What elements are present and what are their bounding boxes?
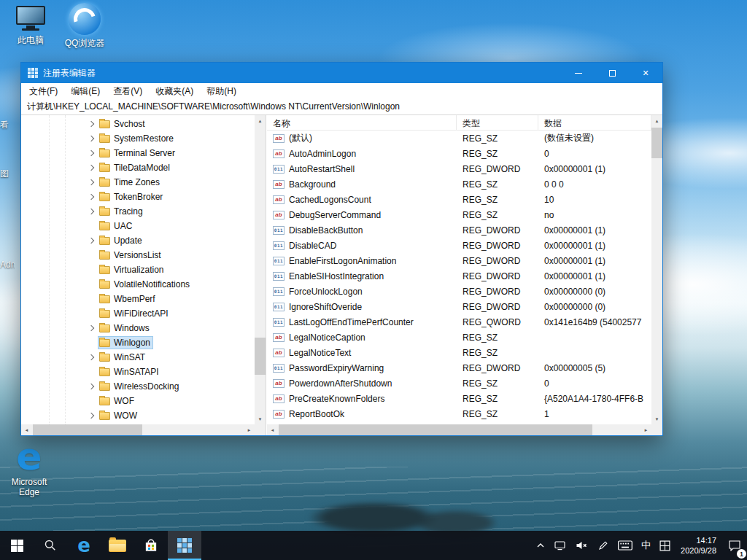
registry-value-row[interactable]: abAutoAdminLogonREG_SZ0 [267, 146, 651, 161]
registry-value-row[interactable]: abCachedLogonsCountREG_SZ10 [267, 192, 651, 207]
registry-value-row[interactable]: 011EnableSIHostIntegrationREG_DWORD0x000… [267, 268, 651, 284]
registry-value-row[interactable]: 011DisableBackButtonREG_DWORD0x00000001 … [267, 222, 651, 238]
tree-item-systemrestore[interactable]: SystemRestore [21, 131, 255, 146]
tray-touch-keyboard-button[interactable] [614, 531, 637, 560]
scroll-up-arrow[interactable]: ▲ [651, 115, 662, 126]
expand-chevron-icon[interactable] [88, 135, 96, 142]
window-titlebar[interactable]: 注册表编辑器 ✕ [21, 63, 662, 83]
expand-chevron-icon[interactable] [88, 193, 96, 201]
registry-value-row[interactable]: abReportBootOkREG_SZ1 [267, 406, 651, 421]
maximize-button[interactable] [595, 63, 629, 83]
tree-item-winsatapi[interactable]: WinSATAPI [21, 365, 255, 379]
tree-item-versionslist[interactable]: VersionsList [21, 248, 255, 262]
tree-item-tracing[interactable]: Tracing [21, 204, 255, 219]
menu-edit[interactable]: 编辑(E) [64, 83, 107, 100]
scrollbar-thumb[interactable] [279, 424, 592, 435]
expand-chevron-icon[interactable] [88, 354, 96, 361]
scroll-right-arrow[interactable]: ► [244, 424, 255, 435]
registry-value-row[interactable]: 011PasswordExpiryWarningREG_DWORD0x00000… [267, 360, 651, 376]
scrollbar-thumb[interactable] [651, 128, 662, 158]
tree-item-time-zones[interactable]: Time Zones [21, 175, 255, 190]
registry-value-row[interactable]: abPreCreateKnownFoldersREG_SZ{A520A1A4-1… [267, 391, 651, 406]
taskbar-edge-button[interactable]: e [67, 531, 101, 560]
tree-item-wow[interactable]: WOW [21, 408, 255, 423]
column-header-data[interactable]: 数据 [538, 115, 651, 130]
menu-view[interactable]: 查看(V) [107, 83, 149, 100]
tree-item-volatilenotifications[interactable]: VolatileNotifications [21, 277, 255, 292]
start-button[interactable] [0, 531, 34, 560]
tree-horizontal-scrollbar[interactable]: ◄ ► [21, 424, 255, 435]
registry-value-row[interactable]: 011LastLogOffEndTimePerfCounterREG_QWORD… [267, 314, 651, 330]
registry-value-row[interactable]: 011AutoRestartShellREG_DWORD0x00000001 (… [267, 161, 651, 176]
tree-item-tokenbroker[interactable]: TokenBroker [21, 190, 255, 204]
tree-item-update[interactable]: Update [21, 233, 255, 248]
close-button[interactable]: ✕ [629, 63, 662, 83]
expand-chevron-icon[interactable] [88, 208, 96, 215]
expand-chevron-icon[interactable] [88, 412, 96, 419]
menu-file[interactable]: 文件(F) [23, 83, 64, 100]
minimize-button[interactable] [562, 63, 595, 83]
taskbar-registry-editor-button[interactable] [168, 531, 201, 560]
address-bar[interactable]: 计算机\HKEY_LOCAL_MACHINE\SOFTWARE\Microsof… [21, 99, 662, 115]
tree-item-label: VersionsList [114, 250, 161, 260]
expand-chevron-icon[interactable] [88, 149, 96, 157]
tray-ime-mode-button[interactable]: 中 [637, 531, 655, 560]
tree-item-terminal-server[interactable]: Terminal Server [21, 146, 255, 160]
tree-item-uac[interactable]: UAC [21, 219, 255, 233]
tree-item-tiledatamodel[interactable]: TileDataModel [21, 160, 255, 175]
tree-item-windows[interactable]: Windows [21, 321, 255, 335]
scroll-left-arrow[interactable]: ◄ [21, 424, 32, 435]
tree-item-virtualization[interactable]: Virtualization [21, 262, 255, 277]
tree-vertical-scrollbar[interactable]: ▲ ▼ [255, 115, 266, 424]
taskbar-clock[interactable]: 14:17 2020/9/28 [675, 531, 722, 560]
expand-chevron-icon[interactable] [88, 120, 96, 128]
registry-value-row[interactable]: abBackgroundREG_SZ0 0 0 [267, 176, 651, 192]
registry-value-row[interactable]: 011ForceUnlockLogonREG_DWORD0x00000000 (… [267, 284, 651, 299]
scrollbar-thumb[interactable] [33, 424, 142, 435]
tree-item-winsat[interactable]: WinSAT [21, 350, 255, 365]
tree-item-wifidirectapi[interactable]: WiFiDirectAPI [21, 306, 255, 321]
menu-help[interactable]: 帮助(H) [200, 83, 243, 100]
tree-item-wbemperf[interactable]: WbemPerf [21, 292, 255, 306]
expand-chevron-icon[interactable] [88, 164, 96, 171]
registry-value-row[interactable]: abDebugServerCommandREG_SZno [267, 207, 651, 222]
tree-item-winlogon[interactable]: Winlogon [21, 335, 255, 350]
values-horizontal-scrollbar[interactable]: ◄ ► [267, 424, 651, 435]
taskbar-file-explorer-button[interactable] [101, 531, 134, 560]
desktop-icon-this-pc[interactable]: 此电脑 [3, 6, 58, 45]
registry-value-row[interactable]: 011EnableFirstLogonAnimationREG_DWORD0x0… [267, 253, 651, 268]
taskbar-store-button[interactable] [134, 531, 168, 560]
scroll-up-arrow[interactable]: ▲ [255, 115, 266, 126]
scroll-down-arrow[interactable]: ▼ [651, 413, 662, 424]
scroll-left-arrow[interactable]: ◄ [267, 424, 278, 435]
tray-show-hidden-icons-button[interactable] [532, 531, 549, 560]
expand-chevron-icon[interactable] [88, 179, 96, 186]
scroll-right-arrow[interactable]: ► [640, 424, 651, 435]
desktop-icon-qq-browser[interactable]: QQ浏览器 [57, 3, 112, 48]
tray-network-button[interactable] [549, 531, 570, 560]
tree-item-wirelessdocking[interactable]: WirelessDocking [21, 379, 255, 394]
tray-ink-workspace-button[interactable] [593, 531, 614, 560]
registry-value-row[interactable]: 011IgnoreShiftOverideREG_DWORD0x00000000… [267, 299, 651, 314]
tree-item-svchost[interactable]: Svchost [21, 117, 255, 131]
scroll-down-arrow[interactable]: ▼ [255, 413, 266, 424]
expand-chevron-icon[interactable] [88, 237, 96, 244]
tree-item-wof[interactable]: WOF [21, 394, 255, 408]
registry-value-row[interactable]: abPowerdownAfterShutdownREG_SZ0 [267, 376, 651, 391]
column-header-type[interactable]: 类型 [457, 115, 538, 130]
tray-volume-button[interactable] [570, 531, 593, 560]
action-center-button[interactable]: 1 [722, 531, 747, 560]
desktop-icon-edge[interactable]: e Microsoft Edge [1, 439, 57, 497]
column-header-name[interactable]: 名称 [267, 115, 457, 130]
registry-value-row[interactable]: ab(默认)REG_SZ(数值未设置) [267, 131, 651, 146]
registry-value-row[interactable]: abLegalNoticeTextREG_SZ [267, 345, 651, 360]
registry-value-row[interactable]: 011DisableCADREG_DWORD0x00000001 (1) [267, 238, 651, 253]
scrollbar-thumb[interactable] [255, 338, 266, 375]
registry-value-row[interactable]: abLegalNoticeCaptionREG_SZ [267, 330, 651, 345]
taskbar-search-button[interactable] [34, 531, 67, 560]
values-vertical-scrollbar[interactable]: ▲ ▼ [651, 115, 662, 424]
expand-chevron-icon[interactable] [88, 324, 96, 332]
menu-favorites[interactable]: 收藏夹(A) [149, 83, 200, 100]
tray-ime-toolbar-button[interactable] [655, 531, 675, 560]
expand-chevron-icon[interactable] [88, 383, 96, 390]
